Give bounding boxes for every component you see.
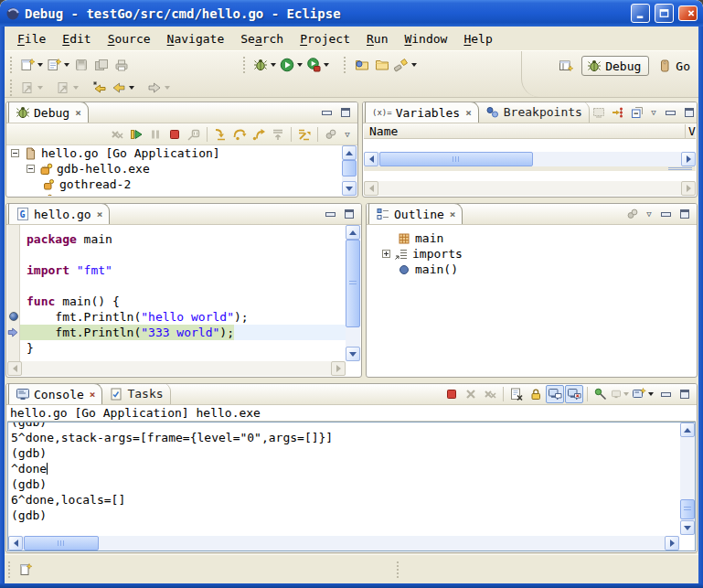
fast-view-button[interactable] [16,559,37,581]
variables-tree-empty[interactable] [364,139,696,152]
close-icon[interactable]: × [465,107,472,119]
editor-gutter[interactable] [7,225,20,361]
close-icon[interactable]: × [450,208,456,220]
tab-outline[interactable]: Outline × [368,203,463,224]
scroll-left-button[interactable] [8,536,23,551]
code-line[interactable] [20,247,346,262]
collapse-all-button[interactable] [628,103,646,122]
step-over-button[interactable] [230,125,249,144]
menu-run[interactable]: Run [359,30,395,48]
scrollbar-thumb[interactable] [342,160,357,176]
tree-row[interactable] [7,192,342,196]
menu-project[interactable]: Project [293,30,357,48]
resume-button[interactable] [127,125,145,144]
column-name[interactable]: Name [364,124,685,138]
clear-console-button[interactable] [507,385,526,403]
dropdown-arrow-icon[interactable] [64,63,69,67]
last-edit-location-button[interactable] [90,77,110,99]
toolbar-grip[interactable] [10,80,15,96]
scroll-right-button[interactable] [665,536,679,551]
dropdown-arrow-icon[interactable] [411,63,417,67]
outline-item-imports[interactable]: imports [367,246,696,262]
scroll-up-button[interactable] [346,225,360,240]
code-line[interactable]: package main [20,231,346,247]
maximize-view-button[interactable] [680,103,698,122]
scroll-right-button[interactable] [681,152,696,166]
maximize-view-button[interactable] [676,385,694,403]
scrollbar-thumb[interactable] [346,240,360,327]
tree-row[interactable]: gdb-hello.exe [7,161,342,176]
scroll-up-button[interactable] [680,422,695,437]
debug-tree[interactable]: hello.go [Go Application] gdb-hello.exe … [7,145,342,196]
console-vscrollbar[interactable] [680,422,695,535]
collapse-toggle[interactable] [11,149,19,157]
perspective-debug-button[interactable]: Debug [581,56,649,76]
console-output[interactable]: (gdb) 5^done,stack-args=[frame={level="0… [9,422,679,535]
code-line[interactable] [20,278,346,294]
open-perspective-button[interactable] [556,55,576,77]
scroll-lock-button[interactable] [527,385,545,403]
run-button[interactable] [278,54,304,76]
code-area[interactable]: package main import "fmt" func main() { … [20,225,346,361]
tab-variables[interactable]: (x)= Variables × [365,102,479,123]
maximize-view-button[interactable] [676,205,694,223]
close-button[interactable] [678,5,698,21]
perspective-go-button[interactable]: Go [655,57,693,75]
menu-window[interactable]: Window [397,30,454,48]
breakpoint-marker[interactable] [9,312,18,321]
maximize-button[interactable] [655,4,674,23]
code-line[interactable]: import "fmt" [20,262,346,278]
step-return-button[interactable] [250,125,268,144]
back-button[interactable] [110,77,136,99]
view-menu-button[interactable]: ▽ [647,103,660,122]
scroll-down-button[interactable] [342,181,357,196]
tab-tasks[interactable]: Tasks [102,383,170,404]
dropdown-arrow-icon[interactable] [271,63,276,67]
variables-hscrollbar[interactable] [364,152,696,166]
close-icon[interactable]: × [97,208,103,220]
show-stderr-changed-button[interactable] [565,385,583,403]
close-icon[interactable]: × [90,389,96,401]
run-external-tools-button[interactable] [304,54,331,76]
menu-navigate[interactable]: Navigate [160,30,232,48]
code-line-breakpoint[interactable]: fmt.Println("hello world"); [20,309,346,325]
terminate-button[interactable] [165,125,184,144]
scroll-down-button[interactable] [346,347,360,361]
toolbar-grip[interactable] [243,57,248,73]
dropdown-arrow-icon[interactable] [129,86,134,90]
view-menu-button[interactable]: ▽ [643,205,655,223]
toolbar-grip[interactable] [344,57,348,73]
menu-help[interactable]: Help [456,30,499,48]
column-value[interactable]: Value [685,124,696,138]
outline-item-main[interactable]: main [367,230,696,246]
code-line[interactable]: func main() { [20,294,346,309]
open-import-folder-button[interactable] [352,54,372,76]
maximize-view-button[interactable] [340,205,358,223]
code-line[interactable]: } [20,340,346,356]
tab-debug[interactable]: Debug × [8,102,89,123]
new-go-wizard-button[interactable] [45,54,71,76]
search-button[interactable] [392,54,419,76]
editor-vscrollbar[interactable] [346,225,360,361]
scroll-left-button[interactable] [364,152,378,166]
console-hscrollbar[interactable] [8,536,679,551]
new-wizard-button[interactable] [18,54,45,76]
minimize-view-button[interactable] [656,205,675,223]
debug-tree-vscrollbar[interactable] [342,145,357,196]
menu-edit[interactable]: Edit [55,30,98,48]
dropdown-arrow-icon[interactable] [324,63,329,67]
scrollbar-thumb[interactable] [379,152,533,166]
debug-button[interactable] [251,54,278,76]
maximize-view-button[interactable] [336,103,355,122]
tree-row[interactable]: gothread-2 [7,176,342,192]
menu-source[interactable]: Source [101,30,158,48]
step-into-button[interactable] [211,125,229,144]
minimize-view-button[interactable] [317,103,336,122]
open-console-button[interactable] [630,385,655,403]
tab-hello-go[interactable]: hello.go × [8,203,110,224]
statusbar-grip[interactable] [397,561,401,578]
terminate-button[interactable] [442,385,461,403]
close-icon[interactable]: × [75,107,81,119]
menu-file[interactable]: File [10,30,53,48]
tab-breakpoints[interactable]: Breakpoints [479,102,590,123]
